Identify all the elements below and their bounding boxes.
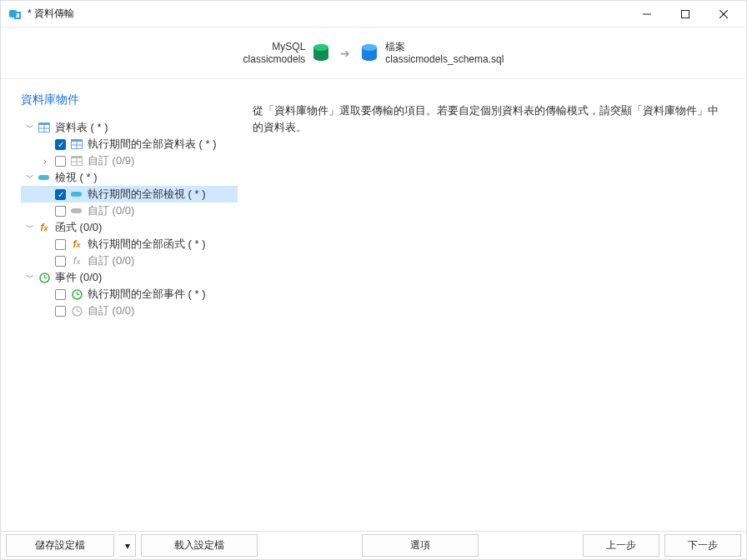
checkbox[interactable] <box>55 289 66 300</box>
database-target-icon <box>360 43 379 63</box>
tree-node-views[interactable]: ﹀ 檢視 ( * ) <box>21 169 238 186</box>
view-icon <box>70 205 83 217</box>
target-name: classicmodels_schema.sql <box>385 53 504 66</box>
tables-label: 資料表 ( * ) <box>55 120 108 135</box>
window-title: * 資料傳輸 <box>28 7 74 21</box>
content-hint: 從「資料庫物件」選取要傳輸的項目。若要自定個別資料表的傳輸模式，請突顯「資料庫物… <box>243 79 746 531</box>
chevron-down-icon[interactable]: ﹀ <box>24 172 36 183</box>
minimize-button[interactable] <box>628 2 666 27</box>
footer: 儲存設定檔 ▾ 載入設定檔 選項 上一步 下一步 <box>1 531 746 559</box>
tables-custom-label: 自訂 (0/9) <box>88 153 134 168</box>
checkbox[interactable] <box>55 256 66 267</box>
chevron-down-icon[interactable]: ﹀ <box>24 222 36 233</box>
functions-custom-label: 自訂 (0/0) <box>88 253 134 268</box>
target-label: 檔案 classicmodels_schema.sql <box>385 41 504 66</box>
event-icon <box>70 305 83 317</box>
tree-node-tables-runtime[interactable]: · ✓ 執行期間的全部資料表 ( * ) <box>21 136 238 152</box>
maximize-button[interactable] <box>666 2 704 27</box>
chevron-right-icon[interactable]: › <box>39 157 51 166</box>
svg-point-6 <box>313 44 328 51</box>
view-icon <box>38 172 51 183</box>
transfer-header: MySQL classicmodels ➔ 檔案 classicmodels_s… <box>1 28 746 79</box>
chevron-down-icon[interactable]: ﹀ <box>24 272 36 283</box>
checkbox[interactable]: ✓ <box>55 139 66 150</box>
tree-node-functions-custom[interactable]: · fx 自訂 (0/0) <box>21 252 238 269</box>
table-icon <box>70 138 83 150</box>
tree-node-tables[interactable]: ﹀ 資料表 ( * ) <box>21 119 238 136</box>
save-profile-dropdown[interactable]: ▾ <box>119 534 136 557</box>
functions-runtime-label: 執行期間的全部函式 ( * ) <box>88 237 206 252</box>
tables-runtime-label: 執行期間的全部資料表 ( * ) <box>88 137 217 152</box>
object-tree: ﹀ 資料表 ( * ) · ✓ 執行期間的全部資料表 ( * ) › 自訂 (0… <box>21 119 238 319</box>
views-label: 檢視 ( * ) <box>55 170 98 185</box>
prev-button[interactable]: 上一步 <box>583 534 659 557</box>
checkbox[interactable] <box>55 156 66 167</box>
source-name: classicmodels <box>243 53 306 66</box>
event-icon <box>70 288 83 300</box>
tree-node-events[interactable]: ﹀ 事件 (0/0) <box>21 269 238 286</box>
events-runtime-label: 執行期間的全部事件 ( * ) <box>88 287 206 302</box>
function-icon: fx <box>70 255 83 267</box>
checkbox[interactable] <box>55 239 66 250</box>
tree-node-events-custom[interactable]: · 自訂 (0/0) <box>21 302 238 319</box>
options-button[interactable]: 選項 <box>362 534 479 557</box>
svg-rect-26 <box>73 192 79 197</box>
events-label: 事件 (0/0) <box>55 270 102 285</box>
tree-node-tables-custom[interactable]: › 自訂 (0/9) <box>21 152 238 169</box>
svg-rect-2 <box>682 10 689 18</box>
target-type: 檔案 <box>385 41 504 53</box>
tree-node-functions[interactable]: ﹀ fx 函式 (0/0) <box>21 219 238 236</box>
event-icon <box>38 272 51 283</box>
svg-rect-29 <box>73 208 79 213</box>
sidebar: 資料庫物件 ﹀ 資料表 ( * ) · ✓ 執行期間的全部資料表 ( * ) ›… <box>1 79 243 531</box>
function-icon: fx <box>38 222 51 233</box>
load-profile-button[interactable]: 載入設定檔 <box>141 534 258 557</box>
checkbox[interactable]: ✓ <box>55 189 66 200</box>
function-icon: fx <box>70 238 83 250</box>
source-label: MySQL classicmodels <box>243 41 306 66</box>
views-runtime-label: 執行期間的全部檢視 ( * ) <box>88 187 206 202</box>
table-icon <box>70 155 83 167</box>
section-title: 資料庫物件 <box>21 92 238 108</box>
chevron-down-icon[interactable]: ﹀ <box>24 122 36 133</box>
table-icon <box>38 122 51 133</box>
functions-label: 函式 (0/0) <box>55 220 102 235</box>
tree-node-views-runtime[interactable]: · ✓ 執行期間的全部檢視 ( * ) <box>21 186 238 202</box>
views-custom-label: 自訂 (0/0) <box>88 203 134 218</box>
source-type: MySQL <box>243 41 306 53</box>
close-button[interactable] <box>704 2 743 27</box>
arrow-right-icon: ➔ <box>337 47 353 60</box>
tree-node-functions-runtime[interactable]: · fx 執行期間的全部函式 ( * ) <box>21 236 238 252</box>
checkbox[interactable] <box>55 206 66 217</box>
tree-node-events-runtime[interactable]: · 執行期間的全部事件 ( * ) <box>21 286 238 302</box>
next-button[interactable]: 下一步 <box>664 534 741 557</box>
save-profile-button[interactable]: 儲存設定檔 <box>6 534 114 557</box>
svg-point-8 <box>362 44 377 51</box>
tree-node-views-custom[interactable]: · 自訂 (0/0) <box>21 202 238 219</box>
checkbox[interactable] <box>55 306 66 317</box>
database-source-icon <box>312 43 330 63</box>
svg-rect-0 <box>9 10 17 18</box>
view-icon <box>70 188 83 200</box>
app-icon <box>8 7 23 22</box>
events-custom-label: 自訂 (0/0) <box>88 303 134 318</box>
svg-rect-23 <box>41 175 47 180</box>
titlebar: * 資料傳輸 <box>1 1 746 28</box>
